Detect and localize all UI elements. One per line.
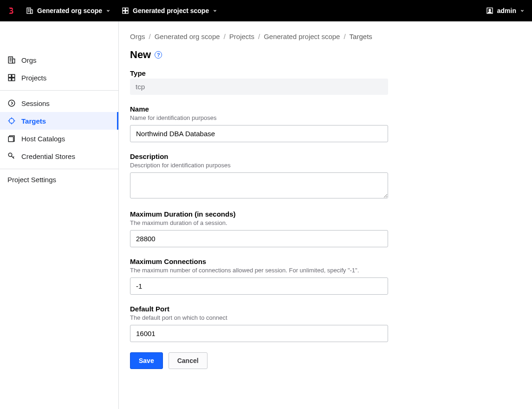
sidebar-item-credential-stores[interactable]: Credential Stores <box>0 147 118 165</box>
page-title: New <box>130 49 151 61</box>
cancel-button[interactable]: Cancel <box>169 352 208 369</box>
sidebar-item-orgs[interactable]: Orgs <box>0 51 118 69</box>
sidebar-item-label: Credential Stores <box>21 152 75 160</box>
main-content: Orgs / Generated org scope / Projects / … <box>119 21 532 409</box>
org-scope-switcher[interactable]: Generated org scope <box>26 7 110 14</box>
sidebar: Orgs Projects Sessions Targets <box>0 21 119 409</box>
user-label: admin <box>497 7 516 14</box>
org-icon <box>7 56 16 64</box>
project-icon <box>122 7 129 14</box>
crumb-project-scope[interactable]: Generated project scope <box>264 33 340 40</box>
sidebar-item-label: Project Settings <box>7 176 56 184</box>
description-input[interactable] <box>130 172 388 198</box>
project-scope-switcher[interactable]: Generated project scope <box>122 7 217 14</box>
sidebar-item-host-catalogs[interactable]: Host Catalogs <box>0 130 118 147</box>
field-help: The maximum duration of a session. <box>130 219 388 226</box>
project-scope-label: Generated project scope <box>133 7 209 14</box>
svg-rect-17 <box>12 74 15 77</box>
breadcrumb-separator: / <box>149 33 151 40</box>
sidebar-item-label: Orgs <box>21 56 37 64</box>
targets-icon <box>7 117 16 125</box>
chevron-down-icon <box>213 8 217 13</box>
svg-rect-6 <box>126 8 128 10</box>
sidebar-project-settings[interactable]: Project Settings <box>0 169 118 190</box>
field-name: Name Name for identification purposes <box>130 105 388 142</box>
svg-rect-7 <box>123 11 125 13</box>
sidebar-item-targets[interactable]: Targets <box>0 112 118 130</box>
topbar: Generated org scope Generated project sc… <box>0 0 532 21</box>
field-label: Default Port <box>130 305 388 313</box>
max-connections-input[interactable] <box>130 277 388 295</box>
svg-rect-16 <box>8 74 11 77</box>
svg-rect-4 <box>31 10 32 13</box>
user-icon <box>486 7 493 14</box>
org-icon <box>26 7 33 14</box>
user-menu[interactable]: admin <box>486 7 525 14</box>
breadcrumb-separator: / <box>258 33 260 40</box>
field-label: Description <box>130 152 388 160</box>
sessions-icon <box>7 99 16 107</box>
svg-point-21 <box>9 119 14 124</box>
sidebar-item-sessions[interactable]: Sessions <box>0 94 118 112</box>
field-label: Type <box>130 69 388 77</box>
sidebar-item-label: Projects <box>21 74 46 82</box>
project-icon <box>7 73 16 82</box>
credential-stores-icon <box>7 152 16 160</box>
field-description: Description Description for identificati… <box>130 152 388 200</box>
chevron-down-icon <box>520 8 525 13</box>
save-button[interactable]: Save <box>130 352 163 369</box>
max-duration-input[interactable] <box>130 230 388 247</box>
field-help: The default port on which to connect <box>130 314 388 321</box>
field-help: Description for identification purposes <box>130 162 388 169</box>
sidebar-item-projects[interactable]: Projects <box>0 69 118 86</box>
default-port-input[interactable] <box>130 325 388 342</box>
name-input[interactable] <box>130 125 388 142</box>
svg-point-10 <box>489 9 491 11</box>
org-scope-label: Generated org scope <box>37 7 102 14</box>
field-default-port: Default Port The default port on which t… <box>130 305 388 342</box>
svg-rect-15 <box>13 59 15 63</box>
crumb-targets: Targets <box>350 33 372 40</box>
breadcrumb-separator: / <box>344 33 345 40</box>
field-help: The maximum number of connections allowe… <box>130 267 388 274</box>
sidebar-item-label: Host Catalogs <box>21 135 65 143</box>
field-label: Name <box>130 105 388 113</box>
crumb-orgs[interactable]: Orgs <box>130 33 145 40</box>
host-catalogs-icon <box>7 134 16 143</box>
svg-rect-19 <box>12 78 15 81</box>
svg-rect-27 <box>8 137 13 142</box>
field-max-duration: Maximum Duration (in seconds) The maximu… <box>130 210 388 247</box>
field-help: Name for identification purposes <box>130 114 388 121</box>
field-max-connections: Maximum Connections The maximum number o… <box>130 257 388 295</box>
crumb-projects[interactable]: Projects <box>229 33 254 40</box>
field-type: Type tcp <box>130 69 388 95</box>
field-label: Maximum Connections <box>130 257 388 265</box>
type-readonly: tcp <box>130 79 388 95</box>
svg-point-20 <box>8 100 15 106</box>
svg-rect-5 <box>123 8 125 10</box>
breadcrumb: Orgs / Generated org scope / Projects / … <box>130 33 521 40</box>
sidebar-item-label: Sessions <box>21 99 50 107</box>
svg-rect-8 <box>126 11 128 13</box>
sidebar-item-label: Targets <box>21 117 46 125</box>
svg-rect-18 <box>8 78 11 81</box>
boundary-logo-icon <box>7 7 15 14</box>
chevron-down-icon <box>106 8 110 13</box>
help-icon[interactable]: ? <box>155 51 162 59</box>
field-label: Maximum Duration (in seconds) <box>130 210 388 218</box>
crumb-org-scope[interactable]: Generated org scope <box>155 33 220 40</box>
breadcrumb-separator: / <box>224 33 226 40</box>
